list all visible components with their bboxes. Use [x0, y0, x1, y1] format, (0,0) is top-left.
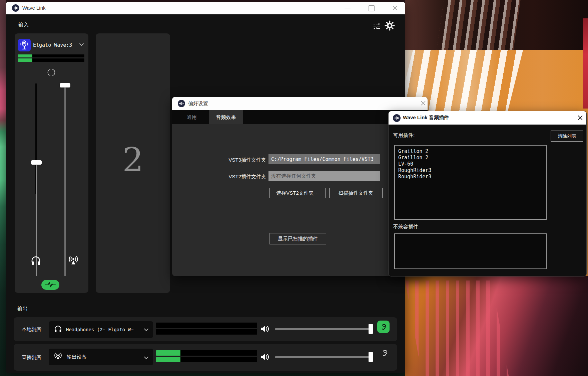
output-row-label: 本地混音: [22, 326, 42, 333]
close-icon[interactable]: [577, 115, 583, 122]
ear-icon: [379, 323, 388, 331]
maximize-icon[interactable]: [369, 5, 375, 11]
minimize-icon[interactable]: [345, 8, 351, 8]
stream-mix-meter-right: [156, 357, 257, 362]
close-icon[interactable]: [420, 100, 426, 108]
preferences-titlebar[interactable]: 偏好设置: [172, 97, 428, 110]
volume-slider-handle[interactable]: [369, 324, 373, 334]
chevron-down-icon[interactable]: [79, 42, 84, 49]
list-item[interactable]: Graillon 2: [398, 155, 543, 161]
stream-mix-monitor-button[interactable]: [380, 348, 389, 359]
stream-mix-meter-left: [156, 350, 257, 356]
local-mix-volume-slider[interactable]: [275, 328, 372, 330]
chevron-down-icon: [143, 355, 149, 362]
output-row-label: 直播混音: [22, 354, 42, 361]
monitor-fader-handle[interactable]: [60, 83, 70, 87]
local-mix-monitor-button[interactable]: [377, 321, 390, 333]
plugins-window-title: Wave Link 音频插件: [403, 115, 449, 121]
channel-slot-number: 2: [96, 140, 170, 179]
waveform-icon: [45, 281, 56, 288]
main-window-title: Wave Link: [22, 5, 45, 11]
microphone-icon: [18, 39, 31, 51]
close-icon[interactable]: [392, 5, 398, 12]
vst2-folder-field[interactable]: 没有选择任何文件夹: [268, 171, 380, 181]
list-item[interactable]: RoughRider3: [398, 167, 543, 174]
incompatible-plugins-label: 不兼容插件:: [393, 224, 420, 230]
available-plugins-label: 可用插件:: [393, 132, 415, 139]
list-item[interactable]: LV-60: [398, 161, 543, 167]
stream-mix-device-value: 输出设备: [67, 354, 87, 360]
plugins-titlebar[interactable]: Wave Link 音频插件: [389, 111, 586, 125]
broadcast-icon[interactable]: [67, 254, 80, 268]
monitor-fader-track: [64, 85, 66, 276]
available-plugins-list[interactable]: Graillon 2 Graillon 2 LV-60 RoughRider3 …: [394, 145, 547, 220]
list-item[interactable]: RoughRider3: [398, 174, 543, 180]
output-row-local-mix: 本地混音 Headphones (2- Elgato W⋯: [14, 317, 397, 341]
gear-icon[interactable]: [385, 20, 395, 32]
input-channel-strip: Elgato Wave:3: [15, 33, 88, 293]
wallpaper-hair-strands: [405, 280, 509, 376]
preferences-title: 偏好设置: [188, 101, 208, 107]
stream-mix-volume-slider[interactable]: [275, 356, 372, 358]
channel-slot-2: 2: [96, 33, 170, 293]
vst3-folder-label: VST3插件文件夹: [212, 157, 266, 163]
headphones-icon: [53, 324, 63, 335]
mixer-icon[interactable]: [373, 22, 381, 32]
wallpaper-streaks: [437, 0, 520, 50]
scan-plugin-folder-button[interactable]: 扫描插件文件夹: [329, 188, 383, 198]
local-mix-device-dropdown[interactable]: Headphones (2- Elgato W⋯: [49, 321, 153, 338]
speaker-icon[interactable]: [259, 323, 271, 336]
mic-fader-handle[interactable]: [31, 160, 42, 165]
choose-vst2-folder-button[interactable]: 选择VST2文件夹⋯: [269, 188, 326, 198]
main-titlebar[interactable]: Wave Link: [6, 2, 405, 14]
list-item[interactable]: Graillon 2: [398, 148, 543, 155]
input-meter-right: [18, 58, 84, 62]
broadcast-icon: [53, 351, 63, 363]
show-scanned-plugins-button[interactable]: 显示已扫描的插件: [269, 233, 326, 244]
chevron-down-icon: [143, 327, 149, 334]
incompatible-plugins-list[interactable]: [394, 233, 547, 269]
vst2-folder-label: VST2插件文件夹: [212, 174, 266, 180]
output-row-stream-mix: 直播混音 输出设备: [14, 344, 397, 371]
stream-mix-device-dropdown[interactable]: 输出设备: [49, 349, 153, 365]
tab-general[interactable]: 通用: [175, 110, 209, 124]
wallpaper-left-sliver: [0, 0, 6, 376]
unlink-icon[interactable]: [47, 68, 56, 78]
local-mix-meter-left: [156, 323, 257, 328]
headphones-icon[interactable]: [30, 254, 42, 268]
wave-link-logo-icon: [178, 100, 185, 109]
desktop: { "main_window": { "title": "Wave Link",…: [0, 0, 588, 376]
volume-slider-handle[interactable]: [369, 352, 373, 362]
speaker-icon[interactable]: [259, 351, 271, 364]
audio-plugins-window: Wave Link 音频插件 可用插件: 清除列表 Graillon 2 Gra…: [388, 111, 587, 276]
input-device-select[interactable]: Elgato Wave:3: [33, 42, 72, 48]
tab-audio-effects[interactable]: 音频效果: [209, 110, 243, 124]
input-meter-left: [18, 54, 84, 57]
vst3-folder-field[interactable]: C:/Program Files/Common Files/VST3: [268, 154, 380, 164]
audio-effects-toggle-button[interactable]: [41, 280, 59, 290]
local-mix-meter-right: [156, 329, 257, 335]
ear-icon: [380, 348, 389, 358]
clear-list-button[interactable]: 清除列表: [551, 131, 583, 142]
output-section-label: 输出: [17, 306, 28, 312]
wave-link-logo-icon: [393, 114, 401, 123]
input-section-label: 输入: [18, 22, 29, 28]
wallpaper-red-band: [583, 18, 588, 109]
wave-link-logo-icon: [12, 4, 19, 13]
local-mix-device-value: Headphones (2- Elgato W⋯: [66, 327, 133, 332]
